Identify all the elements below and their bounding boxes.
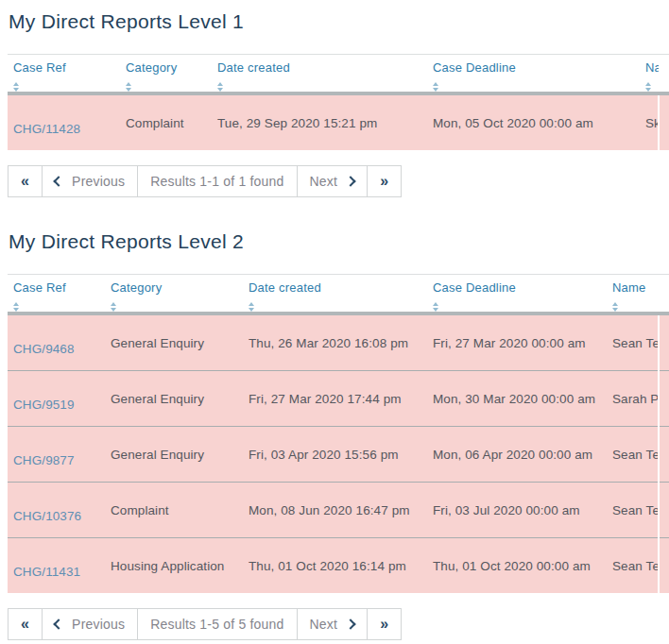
chevron-left-icon: [53, 619, 63, 629]
sort-down-arrow: [645, 88, 651, 92]
sort-down-arrow: [13, 88, 19, 92]
cell-name: Sarah Pe: [607, 371, 659, 427]
chevron-left-icon: [53, 176, 63, 186]
cell-name: Sean Tes: [607, 427, 659, 483]
pagination-level-2: «PreviousResults 1-5 of 5 foundNext»: [8, 608, 402, 640]
case-ref-link[interactable]: CHG/9468: [13, 342, 75, 356]
cell-date-created: Fri, 03 Apr 2020 15:56 pm: [243, 427, 427, 483]
sort-down-arrow: [433, 308, 438, 312]
column-header-case-deadline[interactable]: Case Deadline: [427, 55, 640, 94]
first-page-button[interactable]: «: [9, 166, 42, 196]
cell-date-created: Fri, 27 Mar 2020 17:44 pm: [243, 371, 427, 427]
chevron-right-icon: [345, 176, 355, 186]
sort-icon[interactable]: [13, 302, 19, 312]
sort-up-arrow: [645, 82, 651, 86]
cell-name: Sean Tes: [607, 538, 659, 594]
cell-name: Sean Tes: [607, 483, 659, 538]
next-page-button[interactable]: Next: [297, 609, 368, 639]
case-ref-link[interactable]: CHG/11428: [13, 122, 80, 136]
next-label: Next: [310, 617, 338, 632]
sort-icon[interactable]: [433, 302, 438, 312]
column-header-case-ref[interactable]: Case Ref: [8, 55, 120, 94]
column-header-label: Case Deadline: [433, 60, 516, 75]
cell-category: General Enquiry: [105, 314, 243, 371]
previous-page-button[interactable]: Previous: [42, 166, 137, 196]
cell-category: General Enquiry: [105, 371, 243, 427]
cell-case-ref: CHG/10376: [8, 483, 105, 538]
sort-down-arrow: [126, 88, 131, 92]
cell-extra: [659, 314, 669, 371]
last-page-button[interactable]: »: [367, 166, 401, 196]
next-label: Next: [310, 174, 338, 189]
sort-up-arrow: [111, 302, 116, 306]
cell-case-deadline: Mon, 30 Mar 2020 00:00 am: [427, 371, 607, 427]
previous-label: Previous: [72, 617, 125, 632]
column-header-label: Name: [645, 60, 659, 75]
sort-up-arrow: [249, 302, 254, 306]
column-header-extra: [659, 275, 669, 314]
sort-up-arrow: [13, 82, 19, 86]
case-ref-link[interactable]: CHG/10376: [13, 509, 81, 523]
first-page-button[interactable]: «: [9, 609, 42, 639]
cell-case-ref: CHG/9519: [8, 371, 105, 427]
cell-extra: [659, 483, 669, 538]
column-header-name[interactable]: Name: [640, 55, 659, 94]
column-header-date-created[interactable]: Date created: [212, 55, 427, 94]
sort-down-arrow: [249, 308, 254, 312]
sort-icon[interactable]: [126, 82, 131, 92]
column-header-label: Case Ref: [13, 280, 66, 295]
table-header-row: Case RefCategoryDate createdCase Deadlin…: [8, 275, 669, 314]
sort-down-arrow: [111, 308, 116, 312]
cell-date-created: Thu, 26 Mar 2020 16:08 pm: [243, 314, 427, 371]
last-page-button[interactable]: »: [367, 609, 401, 639]
sort-icon[interactable]: [13, 82, 19, 92]
column-header-label: Category: [126, 60, 177, 75]
cell-category: General Enquiry: [105, 427, 243, 483]
pagination-level-1: «PreviousResults 1-1 of 1 foundNext»: [8, 165, 402, 197]
cell-case-ref: CHG/11431: [8, 538, 105, 594]
cell-extra: [659, 371, 669, 427]
sort-up-arrow: [217, 82, 223, 86]
table-row: CHG/9877General EnquiryFri, 03 Apr 2020 …: [8, 427, 669, 483]
direct-reports-level-2-section: My Direct Reports Level 2 Case RefCatego…: [0, 197, 669, 640]
cell-extra: [659, 538, 669, 594]
column-header-label: Date created: [217, 60, 290, 75]
chevron-right-icon: [345, 619, 355, 629]
column-header-date-created[interactable]: Date created: [243, 275, 427, 314]
cell-case-ref: CHG/9468: [8, 314, 105, 371]
cell-category: Complaint: [120, 93, 212, 150]
results-summary: Results 1-1 of 1 found: [137, 166, 296, 196]
column-header-category[interactable]: Category: [120, 55, 212, 94]
sort-down-arrow: [13, 308, 19, 312]
sort-icon[interactable]: [217, 82, 223, 92]
next-page-button[interactable]: Next: [297, 166, 368, 196]
case-ref-link[interactable]: CHG/9519: [13, 398, 75, 412]
previous-page-button[interactable]: Previous: [42, 609, 137, 639]
case-ref-link[interactable]: CHG/9877: [13, 453, 75, 467]
cell-name: Sk: [640, 93, 659, 150]
sort-up-arrow: [433, 82, 438, 86]
cell-date-created: Mon, 08 Jun 2020 16:47 pm: [243, 483, 427, 538]
direct-reports-level-1-section: My Direct Reports Level 1 Case RefCatego…: [0, 0, 669, 197]
case-ref-link[interactable]: CHG/11431: [13, 565, 80, 579]
column-header-name[interactable]: Name: [607, 275, 659, 314]
column-header-label: Name: [612, 280, 645, 295]
previous-label: Previous: [72, 174, 125, 189]
cases-table-level-2: Case RefCategoryDate createdCase Deadlin…: [8, 274, 669, 593]
column-header-label: Case Ref: [13, 60, 66, 75]
sort-icon[interactable]: [433, 82, 438, 92]
column-header-case-ref[interactable]: Case Ref: [8, 275, 105, 314]
sort-icon[interactable]: [249, 302, 254, 312]
cell-case-deadline: Fri, 03 Jul 2020 00:00 am: [427, 483, 607, 538]
column-header-category[interactable]: Category: [105, 275, 243, 314]
sort-icon[interactable]: [645, 82, 651, 92]
column-header-extra: [659, 55, 669, 94]
table-header-row: Case RefCategoryDate createdCase Deadlin…: [8, 55, 669, 94]
sort-icon[interactable]: [111, 302, 116, 312]
sort-icon[interactable]: [612, 302, 618, 312]
column-header-case-deadline[interactable]: Case Deadline: [427, 275, 607, 314]
sort-up-arrow: [433, 302, 438, 306]
cell-case-deadline: Thu, 01 Oct 2020 00:00 am: [427, 538, 607, 594]
column-header-label: Case Deadline: [433, 280, 516, 295]
cell-extra: [659, 427, 669, 483]
